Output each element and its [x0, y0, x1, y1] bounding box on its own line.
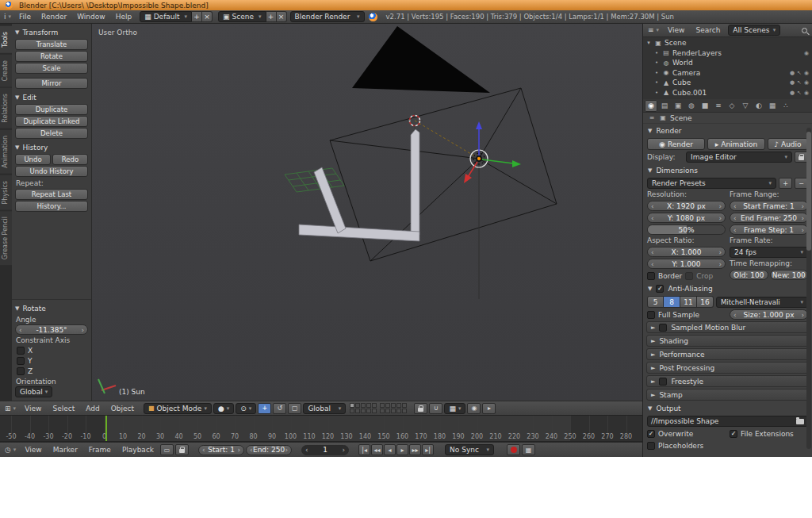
- eye-toggle-icon[interactable]: ●: [790, 90, 795, 96]
- render-toggle-icon[interactable]: ◉: [804, 50, 809, 56]
- scene-value[interactable]: ▣Scene▾: [218, 11, 266, 22]
- constraint-y-checkbox[interactable]: [17, 357, 25, 365]
- history-menu-button[interactable]: History...: [15, 201, 88, 212]
- outliner-item[interactable]: •▤RenderLayers◉: [643, 48, 812, 59]
- viewport-menu-view[interactable]: View: [20, 405, 46, 412]
- layer-15[interactable]: [372, 409, 377, 413]
- render-animation-button[interactable]: ▸Animation: [707, 138, 765, 150]
- outliner-menu-view[interactable]: View: [663, 26, 689, 34]
- panel-checkbox[interactable]: [659, 378, 667, 386]
- panel-header-stamp[interactable]: ►Stamp: [646, 389, 809, 401]
- panel-header-render[interactable]: ▼Render: [645, 125, 810, 136]
- crop-checkbox[interactable]: [685, 272, 693, 280]
- duplicate-button[interactable]: Duplicate: [15, 104, 88, 115]
- layer-20[interactable]: [402, 409, 407, 413]
- panel-header-edit[interactable]: ▼Edit: [12, 91, 91, 103]
- impossible-shape-dark-face[interactable]: [352, 26, 490, 93]
- pivot-select[interactable]: ⊙▾: [236, 403, 256, 414]
- delete-button[interactable]: Delete: [15, 128, 88, 139]
- aspect-x-field[interactable]: X: 1.000: [647, 247, 726, 257]
- render-toggle-icon[interactable]: ◉: [804, 79, 809, 86]
- aa-samples-8-button[interactable]: 8: [664, 296, 680, 308]
- sync-mode-select[interactable]: No Sync▾: [445, 444, 494, 455]
- layer-17[interactable]: [385, 409, 390, 413]
- toolshelf-tab-grease-pencil[interactable]: Grease Pencil: [0, 211, 12, 265]
- layer-12[interactable]: [355, 409, 360, 413]
- layer-4[interactable]: [366, 403, 371, 408]
- panel-header-dimensions[interactable]: ▼Dimensions: [645, 164, 810, 176]
- repeat-last-button[interactable]: Repeat Last: [15, 189, 88, 200]
- scale-button[interactable]: Scale: [15, 63, 88, 74]
- aa-filter-select[interactable]: Mitchell-Netravali▾: [716, 297, 808, 308]
- aa-size-field[interactable]: Size: 1.000 px: [730, 309, 808, 320]
- window-titlebar[interactable]: Blender [C:\Users\ \Desktop\Impossible S…: [0, 0, 812, 10]
- properties-scrollbar[interactable]: [806, 128, 811, 449]
- layer-1[interactable]: [350, 403, 354, 408]
- layer-19[interactable]: [396, 409, 401, 413]
- lock-time-button[interactable]: [175, 444, 189, 455]
- eye-toggle-icon[interactable]: ●: [790, 70, 795, 76]
- start-frame-field[interactable]: Start: 1: [198, 445, 244, 455]
- properties-tab-object[interactable]: ■: [699, 100, 711, 112]
- timeline-editor-type-button[interactable]: ◷▾: [2, 446, 18, 454]
- manipulator-rotate-button[interactable]: ↺: [273, 403, 286, 414]
- aspect-y-field[interactable]: Y: 1.000: [647, 259, 726, 269]
- render-toggle-icon[interactable]: ◉: [804, 70, 809, 76]
- scrollbar-thumb[interactable]: [806, 132, 811, 251]
- jump-to-next-keyframe-button[interactable]: ▸▸: [409, 444, 421, 455]
- panel-header-transform[interactable]: ▼Transform: [12, 26, 91, 38]
- properties-tab-modifiers[interactable]: ◇: [726, 100, 738, 112]
- record-button[interactable]: [507, 444, 520, 455]
- timeline-menu-view[interactable]: View: [20, 446, 46, 454]
- transform-manipulator[interactable]: [464, 121, 521, 183]
- snap-toggle-button[interactable]: ∪: [429, 403, 442, 414]
- render-button[interactable]: ◉Render: [647, 138, 705, 150]
- preview-range-button[interactable]: ▭: [160, 444, 174, 455]
- toolshelf-tab-relations[interactable]: Relations: [0, 88, 12, 129]
- layer-2[interactable]: [355, 403, 360, 408]
- menu-file[interactable]: File: [14, 13, 36, 21]
- render-engine-select[interactable]: Blender Render▾: [290, 11, 365, 22]
- add-preset-button[interactable]: +: [779, 178, 792, 189]
- toolshelf-tab-tools[interactable]: Tools: [0, 26, 12, 53]
- toolshelf-tab-animation[interactable]: Animation: [0, 130, 12, 174]
- layer-7[interactable]: [385, 403, 390, 408]
- layer-8[interactable]: [391, 403, 396, 408]
- properties-tab-render[interactable]: ◉: [645, 100, 657, 112]
- output-path-field[interactable]: //Impossible Shape: [647, 416, 808, 427]
- opengl-animation-button[interactable]: ▸: [482, 403, 496, 414]
- outliner-editor-type-button[interactable]: ≡▾: [645, 26, 661, 34]
- eye-toggle-icon[interactable]: ●: [790, 79, 795, 86]
- toolshelf-tab-physics[interactable]: Physics: [0, 175, 12, 210]
- layer-6[interactable]: [380, 403, 385, 408]
- time-remap-old-field[interactable]: Old: 100: [730, 270, 768, 280]
- select-toggle-icon[interactable]: ↖: [797, 90, 802, 96]
- frame-step-field[interactable]: Frame Step: 1: [730, 224, 808, 235]
- frame-rate-select[interactable]: 24 fps▾: [730, 247, 808, 258]
- properties-tab-material[interactable]: ◐: [753, 100, 765, 112]
- layer-9[interactable]: [396, 403, 401, 408]
- panel-header-sampled-motion-blur[interactable]: ►Sampled Motion Blur: [646, 321, 809, 333]
- panel-header-anti-aliasing[interactable]: ▼Anti-Aliasing: [645, 282, 810, 294]
- keying-set-button[interactable]: ▦: [522, 444, 535, 455]
- expander-icon[interactable]: ▾: [645, 40, 652, 46]
- full-sample-checkbox[interactable]: [647, 311, 655, 319]
- resolution-percentage-slider[interactable]: 50%: [647, 224, 726, 235]
- properties-tab-render-layers[interactable]: ▤: [658, 100, 671, 112]
- rotate-button[interactable]: Rotate: [15, 51, 88, 62]
- play-reverse-button[interactable]: ◂: [384, 444, 396, 455]
- aa-samples-11-button[interactable]: 11: [680, 296, 697, 308]
- redo-button[interactable]: Redo: [52, 154, 88, 165]
- render-toggle-icon[interactable]: ◉: [804, 90, 809, 96]
- viewport-menu-select[interactable]: Select: [48, 405, 79, 412]
- outliner-menu-search[interactable]: Search: [691, 26, 725, 34]
- panel-header-freestyle[interactable]: ►Freestyle: [646, 375, 809, 387]
- aa-samples-5-button[interactable]: 5: [647, 296, 664, 308]
- current-frame-indicator[interactable]: [105, 416, 107, 441]
- outliner-scope-select[interactable]: All Scenes▾: [728, 25, 780, 36]
- undo-history-button[interactable]: Undo History: [15, 166, 88, 177]
- folder-icon[interactable]: [796, 419, 804, 424]
- outliner-item[interactable]: •▲Cube●↖◉: [643, 78, 812, 88]
- orientation-select[interactable]: Global▾: [15, 386, 52, 397]
- current-frame-field[interactable]: 1: [301, 445, 349, 455]
